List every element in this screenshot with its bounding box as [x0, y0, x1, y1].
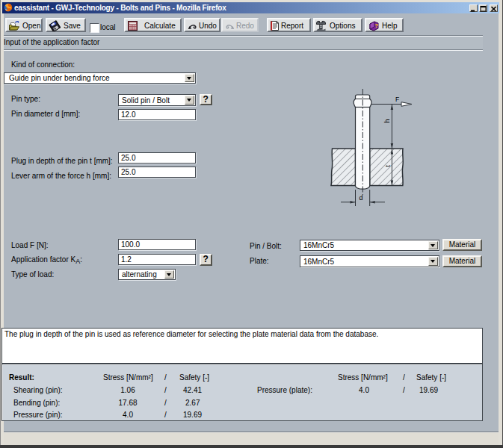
svg-text:F: F: [395, 96, 399, 103]
svg-text:d: d: [359, 194, 363, 202]
svg-text:h: h: [383, 119, 391, 122]
svg-text:?: ?: [375, 22, 379, 28]
